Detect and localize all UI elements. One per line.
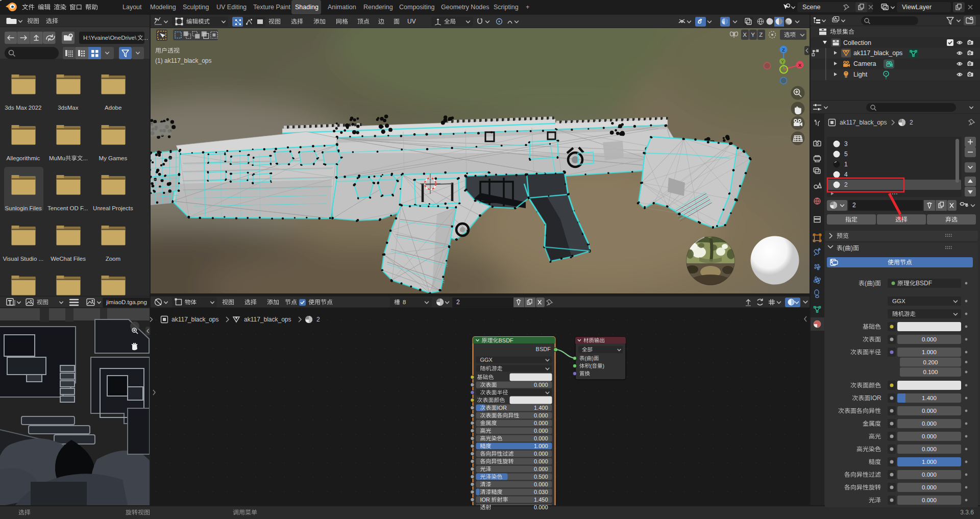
svg-text:Y: Y [781, 59, 784, 64]
svg-text:X: X [798, 62, 802, 68]
svg-text:Z: Z [782, 47, 785, 53]
